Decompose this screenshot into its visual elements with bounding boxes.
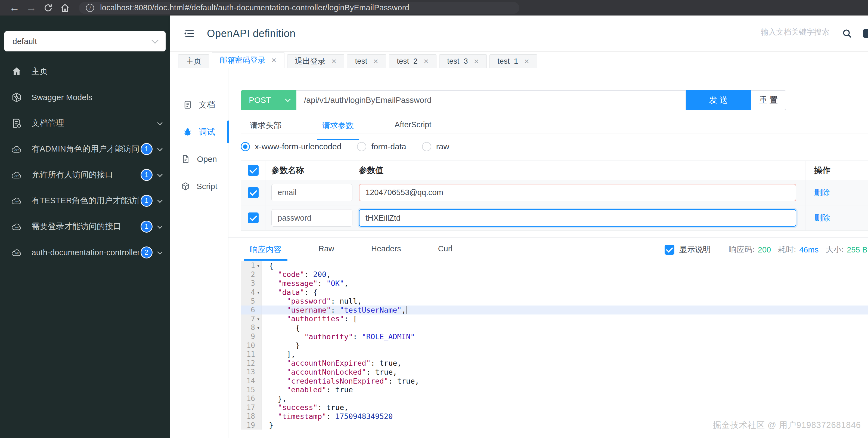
response-tab-0[interactable]: 响应内容 bbox=[250, 244, 281, 255]
debug-nav-3[interactable]: Script bbox=[170, 173, 228, 200]
row-checkbox[interactable] bbox=[248, 187, 258, 198]
debug-nav-0[interactable]: 文档 bbox=[170, 91, 228, 118]
line-gutter[interactable]: 6 bbox=[241, 305, 262, 315]
fold-icon[interactable]: ▾ bbox=[255, 325, 261, 330]
code-token bbox=[269, 412, 278, 420]
language-toggle-icon[interactable] bbox=[863, 29, 868, 38]
select-all-checkbox[interactable] bbox=[248, 165, 258, 176]
doc-tab-3[interactable]: test× bbox=[347, 54, 386, 68]
doc-tab-2[interactable]: 退出登录× bbox=[287, 54, 344, 68]
delete-link[interactable]: 删除 bbox=[814, 187, 830, 198]
line-gutter[interactable]: 5 bbox=[241, 296, 262, 305]
body-type-0[interactable]: x-www-form-urlencoded bbox=[241, 142, 341, 151]
sidebar-item-1[interactable]: Swagger Models bbox=[0, 84, 170, 110]
group-select[interactable]: default bbox=[4, 31, 165, 51]
response-tab-1[interactable]: Raw bbox=[318, 244, 334, 255]
close-icon[interactable]: × bbox=[332, 57, 337, 65]
forward-icon[interactable]: → bbox=[23, 2, 40, 13]
sidebar-item-4[interactable]: API允许所有人访问的接口1 bbox=[0, 162, 170, 188]
close-icon[interactable]: × bbox=[373, 57, 378, 65]
sidebar-item-7[interactable]: APIauth-documentation-controller2 bbox=[0, 239, 170, 265]
response-tab-3[interactable]: Curl bbox=[438, 244, 453, 255]
param-value-input[interactable] bbox=[359, 184, 796, 201]
sidebar-item-6[interactable]: API需要登录才能访问的接口1 bbox=[0, 213, 170, 239]
debug-side-nav: 文档调试OpenScript bbox=[170, 68, 228, 438]
doc-tab-5[interactable]: test_3× bbox=[439, 54, 487, 68]
line-gutter[interactable]: 7▾ bbox=[241, 315, 262, 323]
line-number: 8 bbox=[241, 323, 255, 332]
home-icon[interactable] bbox=[57, 3, 73, 12]
debug-nav-2[interactable]: Open bbox=[170, 146, 228, 173]
fold-icon[interactable]: ▾ bbox=[255, 289, 261, 295]
address-bar[interactable]: i localhost:8080/doc.html#/default/auth-… bbox=[79, 2, 519, 14]
param-name-input[interactable] bbox=[271, 209, 352, 227]
app-header: OpenAPI definition bbox=[170, 16, 868, 52]
meta-value: 255 B bbox=[847, 245, 867, 254]
doc-tab-4[interactable]: test_2× bbox=[389, 54, 436, 68]
refresh-icon[interactable] bbox=[40, 3, 57, 12]
line-gutter[interactable]: 9 bbox=[241, 332, 262, 341]
line-gutter[interactable]: 15 bbox=[241, 385, 262, 394]
param-value-input[interactable] bbox=[359, 209, 796, 227]
fold-icon[interactable]: ▾ bbox=[255, 316, 261, 322]
line-gutter[interactable]: 13 bbox=[241, 368, 262, 377]
line-gutter[interactable]: 12 bbox=[241, 359, 262, 368]
menu-fold-icon[interactable] bbox=[183, 28, 195, 39]
close-icon[interactable]: × bbox=[271, 56, 277, 64]
doc-manage-icon bbox=[11, 118, 22, 129]
line-gutter[interactable]: 11 bbox=[241, 350, 262, 359]
line-gutter[interactable]: 8▾ bbox=[241, 323, 262, 332]
fold-icon[interactable]: ▾ bbox=[255, 263, 261, 268]
line-gutter[interactable]: 2 bbox=[241, 270, 262, 279]
line-gutter[interactable]: 17 bbox=[241, 403, 262, 412]
sidebar-item-2[interactable]: 文档管理 bbox=[0, 110, 170, 136]
close-icon[interactable]: × bbox=[524, 57, 529, 65]
request-url-input[interactable] bbox=[297, 90, 686, 110]
content: 文档调试OpenScript POST 发 送 重 置 请求头部请求参数Afte… bbox=[170, 68, 868, 438]
request-tab-0[interactable]: 请求头部 bbox=[250, 120, 281, 134]
line-gutter[interactable]: 19 bbox=[241, 421, 262, 430]
response-tab-2[interactable]: Headers bbox=[371, 244, 401, 255]
line-gutter[interactable]: 16 bbox=[241, 394, 262, 403]
code-line-1: 1▾{ bbox=[241, 261, 868, 270]
response-code-editor[interactable]: 1▾{2 "code": 200,3 "message": "OK",4▾ "d… bbox=[241, 261, 868, 430]
delete-link[interactable]: 删除 bbox=[814, 212, 830, 223]
line-gutter[interactable]: 14 bbox=[241, 377, 262, 385]
reset-button[interactable]: 重 置 bbox=[751, 90, 786, 110]
line-gutter[interactable]: 10 bbox=[241, 341, 262, 350]
show-desc-checkbox[interactable] bbox=[664, 245, 674, 255]
body-type-2[interactable]: raw bbox=[422, 142, 449, 151]
sidebar-item-3[interactable]: API有ADMIN角色的用户才能访问的接口1 bbox=[0, 136, 170, 162]
sidebar-item-0[interactable]: 主页 bbox=[0, 58, 170, 84]
debug-nav-1[interactable]: 调试 bbox=[170, 118, 228, 146]
radio-icon[interactable] bbox=[422, 142, 431, 151]
back-icon[interactable]: ← bbox=[6, 2, 23, 13]
radio-icon[interactable] bbox=[241, 142, 250, 151]
param-name-input[interactable] bbox=[271, 184, 352, 201]
close-icon[interactable]: × bbox=[474, 57, 479, 65]
row-checkbox[interactable] bbox=[248, 212, 258, 223]
sidebar-item-5[interactable]: API有TESTER角色的用户才能访问的接口1 bbox=[0, 188, 170, 213]
line-gutter[interactable]: 18 bbox=[241, 412, 262, 421]
line-gutter[interactable]: 4▾ bbox=[241, 288, 262, 297]
search-input[interactable] bbox=[760, 27, 831, 40]
code-text: "authorities": [ bbox=[262, 315, 357, 323]
doc-tab-6[interactable]: test_1× bbox=[490, 54, 537, 68]
doc-tab-1[interactable]: 邮箱密码登录× bbox=[212, 52, 284, 68]
send-button[interactable]: 发 送 bbox=[686, 90, 751, 110]
search-icon[interactable] bbox=[842, 28, 852, 39]
tab-label: test_1 bbox=[497, 57, 518, 65]
method-select[interactable]: POST bbox=[241, 90, 297, 110]
request-tab-2[interactable]: AfterScript bbox=[395, 120, 431, 134]
tab-label: test bbox=[355, 57, 367, 65]
line-gutter[interactable]: 3 bbox=[241, 279, 262, 288]
close-icon[interactable]: × bbox=[424, 57, 429, 65]
code-text: { bbox=[262, 323, 300, 332]
body-type-1[interactable]: form-data bbox=[357, 142, 406, 151]
line-number: 19 bbox=[241, 421, 255, 429]
line-gutter[interactable]: 1▾ bbox=[241, 261, 262, 270]
radio-icon[interactable] bbox=[357, 142, 366, 151]
doc-tab-0[interactable]: 主页 bbox=[178, 54, 209, 68]
request-tab-1[interactable]: 请求参数 bbox=[322, 120, 354, 134]
site-info-icon[interactable]: i bbox=[86, 4, 94, 12]
